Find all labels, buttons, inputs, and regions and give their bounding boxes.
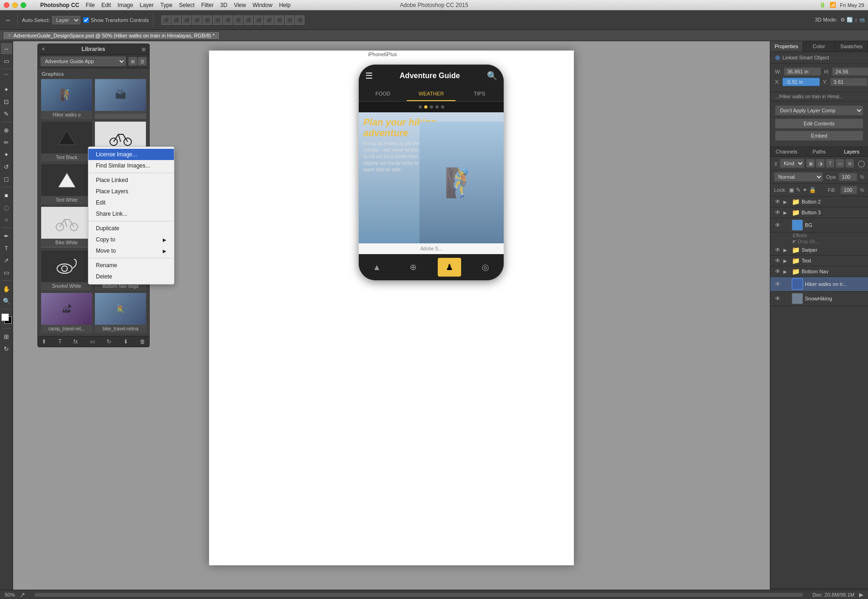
swatches-tab[interactable]: Swatches: [835, 41, 868, 51]
blend-mode-select[interactable]: Normal: [774, 172, 823, 182]
filter-smart-icon[interactable]: ⊕: [846, 159, 854, 168]
y-input[interactable]: [830, 78, 868, 86]
panel-close-icon[interactable]: ×: [42, 46, 45, 52]
bottom-nav-hiker[interactable]: ♟: [438, 258, 461, 277]
ctx-place-linked[interactable]: Place Linked: [88, 175, 174, 186]
delete-library-icon[interactable]: 🗑: [140, 338, 145, 345]
filter-type-icon[interactable]: T: [826, 159, 834, 168]
expand-icon-text[interactable]: ▶: [783, 258, 790, 263]
embed-button[interactable]: Embed: [775, 131, 863, 141]
distribute-left-icon[interactable]: ⬛: [244, 15, 253, 25]
layer-bg[interactable]: 👁 BG: [770, 218, 868, 233]
ctx-find-similar[interactable]: Find Similar Images...: [88, 160, 174, 171]
height-input[interactable]: [832, 67, 868, 76]
frame-icon[interactable]: ▭: [90, 338, 95, 345]
ctx-copy-to[interactable]: Copy to ▶: [88, 234, 174, 245]
align-right-icon[interactable]: ⬛: [182, 15, 191, 25]
layers-tab[interactable]: Layers: [835, 147, 868, 156]
status-arrow-icon[interactable]: ▶: [859, 592, 863, 598]
document-tab[interactable]: × AdventureGuide_DesignSpace.psd @ 50% (…: [3, 31, 220, 40]
ctx-place-layers[interactable]: Place Layers: [88, 186, 174, 197]
bottom-nav-bike[interactable]: ⊕: [401, 258, 425, 277]
healing-tool[interactable]: ⊕: [1, 124, 12, 136]
properties-tab[interactable]: Properties: [770, 41, 803, 51]
visibility-icon-hiker[interactable]: 👁: [774, 281, 781, 287]
width-input[interactable]: [784, 67, 821, 76]
visibility-icon-button2[interactable]: 👁: [774, 198, 781, 205]
opacity-input[interactable]: [839, 173, 857, 181]
library-item-tent-black[interactable]: Tent Black: [41, 121, 93, 162]
distribute-h-icon[interactable]: ⬛: [223, 15, 232, 25]
menu-filter[interactable]: Filter: [201, 2, 214, 8]
color-swatches[interactable]: [1, 314, 12, 324]
lock-all-icon[interactable]: 🔒: [809, 187, 816, 193]
marquee-tool[interactable]: ▭: [1, 55, 12, 66]
menu-image[interactable]: Image: [117, 2, 133, 8]
rotate-view-tool[interactable]: ↻: [1, 343, 12, 354]
distribute-right-icon[interactable]: ⬛: [264, 15, 274, 25]
bottom-nav-tent[interactable]: ▲: [365, 258, 389, 277]
visibility-icon-button3[interactable]: 👁: [774, 209, 781, 216]
mac-window-buttons[interactable]: [4, 2, 26, 8]
zoom-share-icon[interactable]: ↗: [20, 591, 25, 599]
text-icon[interactable]: T: [58, 338, 61, 345]
auto-select-dropdown[interactable]: Layer Group: [52, 16, 80, 24]
shape-tool[interactable]: ▭: [1, 267, 12, 278]
iphone-tab-tips[interactable]: TIPS: [456, 87, 504, 101]
layer-snowhiking[interactable]: 👁 SnowHiking: [770, 292, 868, 306]
tab-close-icon[interactable]: ×: [8, 33, 11, 38]
ctx-rename[interactable]: Rename: [88, 260, 174, 271]
move-tool[interactable]: ↔: [1, 43, 12, 54]
filter-shape-icon[interactable]: ▭: [836, 159, 844, 168]
layer-comp-dropdown[interactable]: Don't Apply Layer Comp: [775, 105, 863, 116]
artboard-tool[interactable]: ⊞: [1, 331, 12, 342]
fx-icon[interactable]: fx: [73, 338, 78, 345]
eraser-tool[interactable]: ◻: [1, 173, 12, 184]
visibility-icon-bottom-nav[interactable]: 👁: [774, 268, 781, 275]
x-input[interactable]: [782, 78, 820, 86]
library-item-snorkel-white[interactable]: Snorkel White: [41, 250, 93, 291]
crop-tool[interactable]: ⊡: [1, 96, 12, 107]
visibility-icon-swiper[interactable]: 👁: [774, 247, 781, 253]
align-bottom-icon[interactable]: ⬛: [213, 15, 222, 25]
distribute-center-v-icon[interactable]: ⬛: [285, 15, 294, 25]
app-select-dropdown[interactable]: Adventure Guide App: [41, 57, 126, 66]
menu-type[interactable]: Type: [160, 2, 173, 8]
visibility-icon-snowhiking[interactable]: 👁: [774, 295, 781, 302]
clone-stamp-tool[interactable]: ✦: [1, 149, 12, 160]
brush-tool[interactable]: ✏: [1, 137, 12, 148]
align-left-icon[interactable]: ⬛: [161, 15, 171, 25]
iphone-tab-weather[interactable]: WEATHER: [407, 87, 455, 101]
zoom-tool[interactable]: 🔍: [1, 295, 12, 307]
edit-contents-button[interactable]: Edit Contents: [775, 118, 863, 129]
ctx-move-to[interactable]: Move to ▶: [88, 245, 174, 256]
history-brush-tool[interactable]: ↺: [1, 161, 12, 172]
align-center-h-icon[interactable]: ⬛: [172, 15, 181, 25]
library-item-tent-white[interactable]: Tent White: [41, 164, 93, 205]
layer-button2[interactable]: 👁 ▶ 📁 Button 2: [770, 197, 868, 207]
import-icon[interactable]: ⬇: [123, 338, 128, 345]
minimize-button[interactable]: [12, 2, 18, 8]
color-tab[interactable]: Color: [803, 41, 836, 51]
menu-help[interactable]: Help: [279, 2, 291, 8]
horizontal-scrollbar[interactable]: [35, 593, 803, 597]
filter-kind-select[interactable]: Kind: [780, 159, 804, 168]
expand-icon-button3[interactable]: ▶: [783, 210, 790, 215]
show-transform-checkbox[interactable]: [83, 17, 89, 23]
align-center-v-icon[interactable]: ⬛: [203, 15, 212, 25]
hand-tool[interactable]: ✋: [1, 283, 12, 294]
library-item-bike-retina[interactable]: 🚴 bike_travel-retina: [94, 292, 146, 333]
lock-position-icon[interactable]: ✦: [803, 187, 807, 193]
filter-toggle-icon[interactable]: ◯: [858, 160, 865, 167]
layer-bottom-nav[interactable]: 👁 ▶ 📁 Bottom Nav: [770, 266, 868, 277]
eyedropper-tool[interactable]: ✎: [1, 108, 12, 119]
expand-icon-bottom-nav[interactable]: ▶: [783, 269, 790, 274]
bottom-nav-snorkel[interactable]: ◎: [474, 258, 497, 277]
library-item-photo2[interactable]: 🏔: [94, 79, 146, 119]
sync-icon[interactable]: ↻: [107, 338, 111, 345]
align-top-icon[interactable]: ⬛: [192, 15, 202, 25]
layer-button3[interactable]: 👁 ▶ 📁 Button 3: [770, 207, 868, 218]
menu-edit[interactable]: Edit: [101, 2, 111, 8]
menu-select[interactable]: Select: [179, 2, 195, 8]
ctx-share-link[interactable]: Share Link...: [88, 208, 174, 219]
